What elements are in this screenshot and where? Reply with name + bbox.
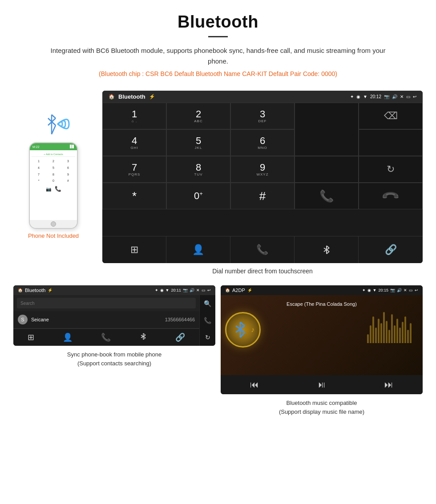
- dial-key-8[interactable]: 8 TUV: [166, 156, 230, 183]
- dial-key-9[interactable]: 9 WXYZ: [230, 156, 295, 183]
- dial-bottom-grid-button[interactable]: ⊞: [102, 236, 166, 263]
- pb-contact-row[interactable]: S Seicane 13566664466: [13, 311, 199, 328]
- dial-close-icon: ✕: [400, 94, 404, 99]
- dial-bottom-phone-button[interactable]: 📞: [230, 236, 295, 263]
- phone-home-button: [51, 221, 56, 227]
- dial-key-6[interactable]: 6 MNO: [230, 129, 295, 156]
- pb-contacts-icon[interactable]: 👤: [63, 332, 73, 342]
- pb-wifi-icon: ▼: [166, 288, 170, 292]
- pb-volume-icon: 🔊: [190, 288, 194, 292]
- dial-bottom-link-button[interactable]: 🔗: [359, 236, 423, 263]
- page-header: Bluetooth Integrated with BC6 Bluetooth …: [0, 0, 436, 91]
- dial-key-3[interactable]: 3 DEF: [230, 103, 295, 129]
- a2dp-home-icon: 🏠: [225, 288, 230, 292]
- pb-link-icon[interactable]: 🔗: [175, 332, 185, 342]
- music-note-icon: ♪: [251, 326, 254, 334]
- a2dp-prev-button[interactable]: ⏮: [250, 380, 259, 390]
- pb-contact-phone: 13566664466: [165, 317, 195, 322]
- phone-key-4: 4: [32, 165, 46, 171]
- dial-home-icon: 🏠: [109, 94, 115, 100]
- page-title: Bluetooth: [27, 12, 409, 32]
- pb-home-icon: 🏠: [18, 288, 23, 292]
- dial-wifi-icon: ▼: [363, 94, 367, 99]
- phone-status-label: M:22: [32, 145, 40, 148]
- phone-device-image: M:22 ▊▊ + Add to Contacts 1 2 3 4 5 6 7 …: [29, 142, 78, 229]
- a2dp-playpause-button[interactable]: ⏯: [317, 380, 326, 390]
- dial-bt-title: Bluetooth: [118, 93, 145, 100]
- pb-close-icon: ✕: [196, 288, 200, 292]
- a2dp-card: 🏠 A2DP ⚡ ✦ ◉ ▼ 20:15 📷 🔊 ✕ ▭ ↩: [221, 285, 423, 416]
- dial-key-star[interactable]: *: [102, 183, 166, 209]
- dial-screen-container: 🏠 Bluetooth ⚡ ✦ ◉ ▼ 20:12 📷 🔊 ✕ ▭ ↩: [102, 91, 423, 281]
- page-description: Integrated with BC6 Bluetooth module, su…: [49, 45, 387, 67]
- phone-not-included-label: Phone Not Included: [28, 232, 79, 239]
- dial-key-5[interactable]: 5 JKL: [166, 129, 230, 156]
- dial-key-1[interactable]: 1 ⌂ .: [102, 103, 166, 129]
- dial-bottom-bar: ⊞ 👤 📞 🔗: [102, 236, 423, 263]
- phone-keypad: 1 2 3 4 5 6 7 8 9 * 0 #: [32, 158, 75, 184]
- pb-phone-icon[interactable]: 📞: [101, 332, 111, 342]
- pb-side-refresh-icon[interactable]: ↻: [205, 331, 210, 344]
- dial-screen: 🏠 Bluetooth ⚡ ✦ ◉ ▼ 20:12 📷 🔊 ✕ ▭ ↩: [102, 91, 423, 263]
- dial-bottom-contacts-button[interactable]: 👤: [166, 236, 230, 263]
- bluetooth-signal-icon: [33, 108, 73, 140]
- phonebook-screen: 🏠 Bluetooth ⚡ ✦ ◉ ▼ 20:11 📷 🔊 ✕ ▭ ↩: [13, 285, 215, 346]
- dial-usb-icon: ⚡: [149, 94, 155, 100]
- pb-status-right: ✦ ◉ ▼ 20:11 📷 🔊 ✕ ▭ ↩: [155, 288, 211, 292]
- phone-call-icon: 📞: [55, 186, 61, 192]
- phone-camera-icon: 📷: [46, 187, 51, 192]
- a2dp-music-area: ♪: [225, 312, 418, 348]
- call-end-icon: 📞: [381, 186, 401, 206]
- dial-key-hash[interactable]: #: [230, 183, 295, 209]
- dial-key-2[interactable]: 2 ABC: [166, 103, 230, 129]
- dial-key-4[interactable]: 4 GHI: [102, 129, 166, 156]
- a2dp-caption: Bluetooth music compatible (Support disp…: [279, 399, 364, 416]
- pb-contact-name: Seicane: [31, 317, 165, 322]
- dial-volume-icon: 🔊: [392, 94, 397, 99]
- dial-back-icon: ↩: [413, 94, 416, 99]
- phone-top-bar: M:22 ▊▊: [30, 143, 77, 150]
- pb-main-area: S Seicane 13566664466 ⊞ 👤 📞: [13, 295, 199, 346]
- dial-call-red-button[interactable]: 📞: [359, 183, 423, 209]
- phone-key-5: 5: [46, 165, 61, 171]
- pb-side-search-icon[interactable]: 🔍: [204, 297, 211, 310]
- dial-key-7[interactable]: 7 PQRS: [102, 156, 166, 183]
- a2dp-close-icon: ✕: [404, 288, 407, 292]
- pb-bluetooth-nav-icon[interactable]: [140, 333, 147, 342]
- phone-key-hash: #: [61, 178, 75, 184]
- phone-key-2: 2: [46, 158, 61, 164]
- dial-refresh-button[interactable]: ↻: [359, 156, 423, 183]
- title-divider: [208, 36, 228, 37]
- a2dp-usb-icon: ⚡: [247, 288, 252, 292]
- a2dp-time: 20:15: [378, 288, 388, 292]
- dial-bt-icon: ✦: [350, 94, 354, 99]
- phone-key-9: 9: [61, 172, 75, 178]
- phone-key-3: 3: [61, 158, 75, 164]
- svg-line-1: [52, 115, 56, 118]
- a2dp-back-icon: ↩: [415, 288, 418, 292]
- phone-key-0: 0: [46, 178, 61, 184]
- a2dp-next-button[interactable]: ⏭: [384, 380, 393, 390]
- phonebook-caption: Sync phone-book from mobile phone (Suppo…: [67, 350, 161, 368]
- phone-key-star: *: [32, 178, 46, 184]
- dial-bottom-bluetooth-button[interactable]: [295, 236, 359, 263]
- a2dp-status-bar: 🏠 A2DP ⚡ ✦ ◉ ▼ 20:15 📷 🔊 ✕ ▭ ↩: [221, 285, 423, 295]
- pb-screen-icon: ▭: [202, 288, 206, 292]
- a2dp-controls: ⏮ ⏯ ⏭: [221, 375, 423, 394]
- phone-illustration: M:22 ▊▊ + Add to Contacts 1 2 3 4 5 6 7 …: [13, 91, 93, 239]
- bluetooth-album-icon: [231, 321, 249, 339]
- pb-grid-icon[interactable]: ⊞: [28, 332, 34, 342]
- a2dp-status-right: ✦ ◉ ▼ 20:15 📷 🔊 ✕ ▭ ↩: [362, 288, 418, 292]
- pb-bottom-nav-bar: ⊞ 👤 📞 🔗: [13, 328, 199, 346]
- pb-contact-avatar: S: [18, 315, 28, 324]
- phone-call-row: 📷 📞: [46, 186, 61, 192]
- dial-backspace-button[interactable]: ⌫: [359, 103, 423, 129]
- bluetooth-signal-area: [33, 108, 73, 140]
- pb-side-phone-icon[interactable]: 📞: [204, 314, 211, 327]
- dial-key-0[interactable]: 0+: [166, 183, 230, 209]
- phone-screen: + Add to Contacts 1 2 3 4 5 6 7 8 9 * 0 …: [30, 150, 77, 220]
- dial-call-green-button[interactable]: 📞: [295, 183, 359, 209]
- pb-search-input[interactable]: [17, 298, 196, 308]
- a2dp-song-title: Escape (The Pina Colada Song): [287, 301, 357, 307]
- a2dp-status-left: 🏠 A2DP ⚡: [225, 288, 252, 293]
